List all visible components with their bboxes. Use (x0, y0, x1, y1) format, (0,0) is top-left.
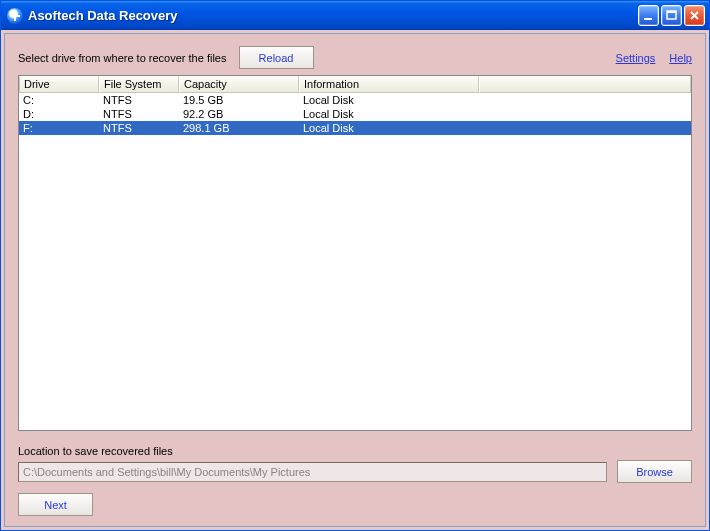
table-cell: NTFS (99, 122, 179, 134)
location-label: Location to save recovered files (18, 445, 692, 457)
location-row: Browse (18, 460, 692, 483)
svg-rect-2 (667, 11, 676, 13)
list-header: Drive File System Capacity Information (19, 76, 691, 93)
table-cell: 92.2 GB (179, 108, 299, 120)
col-spacer[interactable] (479, 76, 691, 93)
app-icon (7, 8, 23, 24)
list-body: C:NTFS19.5 GBLocal DiskD:NTFS92.2 GBLoca… (19, 93, 691, 430)
close-button[interactable] (684, 5, 705, 26)
table-cell: NTFS (99, 108, 179, 120)
table-row[interactable]: F:NTFS298.1 GBLocal Disk (19, 121, 691, 135)
col-drive[interactable]: Drive (19, 76, 99, 93)
table-cell: F: (19, 122, 99, 134)
col-capacity[interactable]: Capacity (179, 76, 299, 93)
table-cell: NTFS (99, 94, 179, 106)
svg-rect-0 (644, 18, 652, 20)
window-controls (638, 5, 705, 26)
table-cell: 298.1 GB (179, 122, 299, 134)
table-cell: Local Disk (299, 108, 479, 120)
reload-button[interactable]: Reload (239, 46, 314, 69)
maximize-button[interactable] (661, 5, 682, 26)
table-cell: 19.5 GB (179, 94, 299, 106)
table-cell: D: (19, 108, 99, 120)
minimize-button[interactable] (638, 5, 659, 26)
table-cell: Local Disk (299, 122, 479, 134)
location-input[interactable] (18, 462, 607, 482)
window-title: Asoftech Data Recovery (28, 8, 638, 23)
minimize-icon (642, 9, 655, 22)
table-cell: Local Disk (299, 94, 479, 106)
close-icon (688, 9, 701, 22)
next-button[interactable]: Next (18, 493, 93, 516)
table-row[interactable]: C:NTFS19.5 GBLocal Disk (19, 93, 691, 107)
prompt-label: Select drive from where to recover the f… (18, 52, 226, 64)
table-cell: C: (19, 94, 99, 106)
drive-list[interactable]: Drive File System Capacity Information C… (18, 75, 692, 431)
col-information[interactable]: Information (299, 76, 479, 93)
help-link[interactable]: Help (669, 52, 692, 64)
titlebar: Asoftech Data Recovery (1, 1, 709, 30)
table-row[interactable]: D:NTFS92.2 GBLocal Disk (19, 107, 691, 121)
browse-button[interactable]: Browse (617, 460, 692, 483)
client-area: Select drive from where to recover the f… (4, 33, 706, 527)
maximize-icon (665, 9, 678, 22)
top-row: Select drive from where to recover the f… (18, 46, 692, 69)
app-window: Asoftech Data Recovery Select drive from… (0, 0, 710, 531)
col-filesystem[interactable]: File System (99, 76, 179, 93)
settings-link[interactable]: Settings (616, 52, 656, 64)
